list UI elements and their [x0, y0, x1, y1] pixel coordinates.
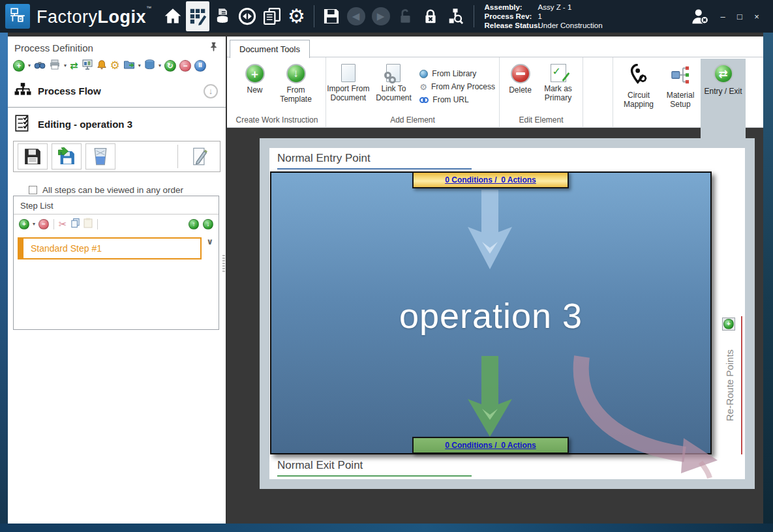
app-title: FactoryLogix™ [37, 5, 152, 27]
factorylogix-desk-icon [9, 7, 26, 26]
discard-trash-button[interactable] [85, 143, 115, 170]
copy-icon[interactable] [70, 218, 80, 230]
process-editor-icon[interactable] [186, 1, 209, 31]
unlock-icon[interactable] [394, 2, 417, 31]
process-gear-icon[interactable]: ⚙ [110, 60, 120, 71]
transfer-icon[interactable] [235, 2, 259, 31]
move-up-icon[interactable]: ↑ [189, 219, 199, 229]
exit-conditions-bar[interactable]: 0 Conditions / 0 Actions [412, 437, 569, 454]
assembly-value: Assy Z - 1 [538, 3, 572, 12]
group-edit-label: Edit Element [500, 115, 583, 128]
from-template-button[interactable]: ↓ From Template [275, 63, 318, 104]
add-icon[interactable]: + [13, 60, 25, 72]
export-dropdown-icon[interactable]: ▾ [138, 63, 141, 68]
link-to-document-button[interactable]: Link To Document [372, 63, 416, 103]
refresh-icon[interactable]: ↻ [164, 60, 176, 72]
minimize-button[interactable]: – [716, 10, 730, 23]
import-from-document-button[interactable]: Import From Document [326, 63, 371, 103]
add-dropdown-icon[interactable]: ▾ [28, 63, 31, 68]
save-step-button[interactable] [18, 143, 48, 170]
move-down-icon[interactable]: ↓ [203, 219, 213, 229]
logout-user-icon[interactable] [686, 2, 713, 31]
group-create-label: Create Work Instruction [228, 115, 326, 128]
remove-icon[interactable]: − [179, 60, 191, 72]
add-step-dropdown-icon[interactable]: ▾ [33, 221, 35, 227]
canvas-panel: Normal Entry Point operation 3 [269, 148, 745, 479]
material-setup-tree-icon [670, 64, 691, 89]
step-toolbar-separator [53, 219, 54, 229]
view-order-checkbox[interactable] [29, 186, 37, 194]
from-url-item[interactable]: From URL [419, 95, 495, 104]
export-folder-icon[interactable] [123, 59, 135, 72]
process-definition-panel: Process Definition +▾ ▾ ⇄ ⚙ ▾ ▾ ↻ − Ⅱ Pr… [8, 37, 226, 524]
process-audit-icon[interactable] [444, 2, 467, 31]
edit-toolbar-separator [177, 145, 178, 168]
back-icon[interactable]: ◀ [344, 2, 368, 31]
delete-button[interactable]: Delete [504, 63, 537, 95]
edit-step-button[interactable] [185, 143, 215, 170]
pause-icon[interactable]: Ⅱ [194, 60, 206, 72]
circuit-mapping-button[interactable]: Circuit Mapping [618, 59, 659, 110]
assembly-label: Assembly: [485, 3, 538, 12]
step-list-item[interactable]: Standard Step #1 [18, 237, 202, 259]
documents-icon[interactable] [260, 2, 284, 31]
normal-exit-point-label: Normal Exit Point [277, 459, 363, 472]
process-flow-header[interactable]: Process Flow ↓ [8, 76, 226, 108]
step-label: Standard Step #1 [31, 243, 102, 254]
remove-step-icon[interactable]: − [38, 219, 49, 229]
panel-splitter[interactable] [222, 255, 225, 272]
data-import-icon[interactable] [211, 2, 234, 31]
entry-underline [277, 168, 472, 170]
new-button[interactable]: ＋ New [237, 63, 273, 95]
recycle-bin-icon[interactable] [144, 59, 155, 72]
window-frame-left [0, 33, 8, 524]
link-to-document-label: Link To Document [372, 85, 416, 103]
presentation-icon[interactable] [82, 59, 93, 72]
release-status-value: Under Construction [538, 21, 603, 30]
add-step-icon[interactable]: + [19, 219, 29, 229]
lock-close-icon[interactable] [419, 2, 442, 31]
save-as-button[interactable] [52, 143, 82, 170]
document-tools-ribbon: Document Tools ＋ New ↓ From Template [227, 37, 763, 128]
collapse-down-icon[interactable]: ↓ [204, 84, 218, 98]
alert-bell-icon[interactable] [97, 59, 107, 72]
app-logo [5, 4, 30, 29]
find-binoculars-icon[interactable] [34, 59, 46, 72]
entry-conditions-link[interactable]: 0 Conditions / 0 Actions [445, 175, 536, 185]
release-status-label: Release Status: [485, 21, 538, 30]
entry-conditions-bar[interactable]: 0 Conditions / 0 Actions [412, 171, 569, 188]
mark-as-primary-button[interactable]: ✓ Mark as Primary [538, 63, 579, 103]
exit-conditions-link[interactable]: 0 Conditions / 0 Actions [445, 441, 536, 450]
route-shuffle-icon[interactable]: ⇄ [70, 60, 78, 72]
delete-minus-icon [511, 64, 530, 83]
pin-icon[interactable] [209, 42, 218, 53]
from-library-item[interactable]: From Library [419, 69, 495, 78]
home-icon[interactable] [161, 2, 185, 31]
paste-icon[interactable] [83, 218, 93, 230]
maximize-button[interactable]: □ [733, 10, 747, 23]
close-button[interactable]: × [750, 10, 764, 23]
forward-icon[interactable]: ▶ [369, 2, 393, 31]
bin-dropdown-icon[interactable]: ▾ [159, 63, 161, 68]
from-any-process-label: From Any Process [431, 82, 495, 91]
process-rev-value: 1 [538, 12, 542, 21]
step-list-toolbar: +▾ − ✂ ↑ ↓ [14, 214, 219, 233]
save-icon[interactable] [320, 2, 343, 31]
operation-box[interactable]: operation 3 [270, 171, 712, 454]
trademark: ™ [146, 5, 152, 11]
titlebar-separator [314, 5, 314, 27]
from-any-process-item[interactable]: ⚙ From Any Process [419, 82, 495, 91]
material-setup-button[interactable]: Material Setup [660, 59, 701, 110]
print-icon[interactable] [49, 59, 61, 72]
mark-as-primary-label: Mark as Primary [538, 85, 579, 103]
step-expand-chevron-icon[interactable]: ∨ [206, 237, 213, 246]
ribbon-groups: ＋ New ↓ From Template Create Work Instru… [228, 57, 613, 128]
entry-exit-tab[interactable]: ⇄ Entry / Exit [701, 59, 746, 140]
entry-exit-label: Entry / Exit [704, 87, 742, 96]
view-order-label: All steps can be viewed in any order [42, 185, 183, 195]
cut-icon[interactable]: ✂ [59, 218, 67, 230]
settings-gear-icon[interactable]: ⚙ [285, 2, 309, 31]
tab-document-tools[interactable]: Document Tools [230, 40, 310, 58]
normal-entry-point-label: Normal Entry Point [277, 152, 371, 165]
print-dropdown-icon[interactable]: ▾ [64, 63, 67, 68]
